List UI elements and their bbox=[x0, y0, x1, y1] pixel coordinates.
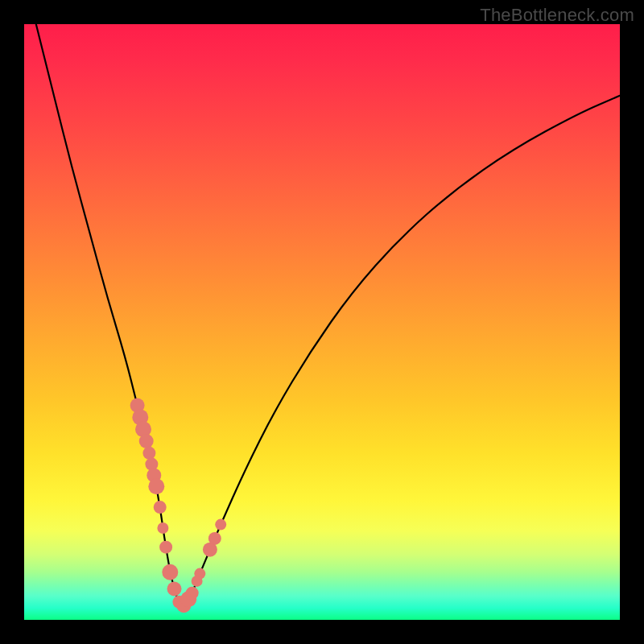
bead bbox=[148, 478, 164, 494]
bead bbox=[159, 541, 172, 554]
bead bbox=[208, 532, 221, 545]
bead bbox=[167, 582, 182, 597]
watermark-text: TheBottleneck.com bbox=[480, 5, 634, 26]
bead-cluster bbox=[130, 398, 227, 613]
bead bbox=[157, 522, 168, 534]
bead bbox=[154, 501, 167, 514]
bead bbox=[194, 568, 205, 580]
bead bbox=[139, 434, 154, 448]
bead bbox=[186, 587, 199, 600]
bead bbox=[215, 519, 226, 530]
bottleneck-curve bbox=[36, 24, 620, 605]
bead bbox=[162, 564, 178, 580]
bead bbox=[142, 447, 155, 460]
curve-layer bbox=[24, 24, 620, 620]
